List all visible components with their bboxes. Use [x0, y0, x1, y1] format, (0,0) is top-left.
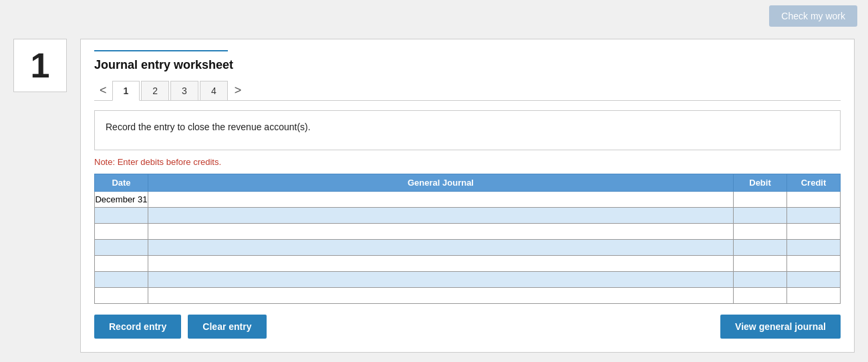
date-cell: December 31: [95, 192, 148, 208]
table-row: December 31: [95, 192, 841, 208]
general-journal-cell: [148, 208, 734, 224]
col-header-general: General Journal: [148, 174, 734, 192]
view-general-journal-button[interactable]: View general journal: [720, 315, 841, 339]
date-input[interactable]: [95, 208, 148, 223]
blue-divider: [94, 50, 228, 51]
credit-cell: [787, 272, 841, 288]
general-journal-cell: [148, 288, 734, 304]
credit-cell: [787, 208, 841, 224]
date-cell: [95, 240, 148, 256]
col-header-date: Date: [95, 174, 148, 192]
date-cell: [95, 208, 148, 224]
credit-cell: [787, 192, 841, 208]
debit-cell: [734, 224, 787, 240]
date-cell: [95, 224, 148, 240]
clear-entry-button[interactable]: Clear entry: [188, 315, 266, 339]
credit-cell: [787, 224, 841, 240]
table-row: [95, 224, 841, 240]
step-number: 1: [31, 45, 50, 85]
debit-input[interactable]: [734, 192, 786, 207]
date-input[interactable]: [95, 272, 148, 287]
debit-input[interactable]: [734, 208, 786, 223]
tab-3[interactable]: 3: [170, 81, 198, 100]
debit-input[interactable]: [734, 272, 786, 287]
col-header-credit: Credit: [787, 174, 841, 192]
date-cell: [95, 288, 148, 304]
date-input[interactable]: [95, 256, 148, 271]
debit-input[interactable]: [734, 240, 786, 255]
tab-2[interactable]: 2: [141, 81, 169, 100]
table-row: [95, 240, 841, 256]
general-journal-cell: [148, 192, 734, 208]
general-journal-cell: [148, 240, 734, 256]
date-input[interactable]: [95, 240, 148, 255]
date-input[interactable]: [95, 224, 148, 239]
date-cell: [95, 272, 148, 288]
note-text: Note: Enter debits before credits.: [94, 157, 841, 167]
debit-input[interactable]: [734, 224, 786, 239]
prev-tab-arrow[interactable]: <: [94, 81, 112, 100]
credit-input[interactable]: [787, 272, 840, 287]
record-entry-button[interactable]: Record entry: [94, 315, 181, 339]
instruction-box: Record the entry to close the revenue ac…: [94, 110, 841, 150]
general-journal-cell: [148, 272, 734, 288]
debit-cell: [734, 288, 787, 304]
debit-cell: [734, 256, 787, 272]
worksheet-title: Journal entry worksheet: [94, 58, 841, 72]
credit-input[interactable]: [787, 192, 840, 207]
credit-input[interactable]: [787, 256, 840, 271]
debit-cell: [734, 240, 787, 256]
general-journal-cell: [148, 224, 734, 240]
tab-4[interactable]: 4: [200, 81, 228, 100]
debit-cell: [734, 272, 787, 288]
date-input[interactable]: [95, 288, 148, 303]
general-journal-input[interactable]: [148, 192, 733, 207]
date-cell: [95, 256, 148, 272]
table-row: [95, 208, 841, 224]
credit-cell: [787, 288, 841, 304]
table-row: [95, 272, 841, 288]
general-journal-input[interactable]: [148, 288, 733, 303]
tab-1[interactable]: 1: [112, 81, 140, 101]
next-tab-arrow[interactable]: >: [229, 81, 247, 100]
table-row: [95, 256, 841, 272]
debit-cell: [734, 208, 787, 224]
journal-table: Date General Journal Debit Credit Decemb…: [94, 174, 841, 304]
general-journal-input[interactable]: [148, 208, 733, 223]
credit-cell: [787, 256, 841, 272]
check-my-work-button[interactable]: Check my work: [769, 5, 857, 27]
credit-input[interactable]: [787, 224, 840, 239]
general-journal-input[interactable]: [148, 240, 733, 255]
credit-input[interactable]: [787, 208, 840, 223]
buttons-row: Record entry Clear entry View general jo…: [94, 315, 841, 339]
col-header-debit: Debit: [734, 174, 787, 192]
debit-cell: [734, 192, 787, 208]
general-journal-input[interactable]: [148, 256, 733, 271]
tabs-row: < 1 2 3 4 >: [94, 80, 841, 101]
credit-input[interactable]: [787, 288, 840, 303]
debit-input[interactable]: [734, 256, 786, 271]
table-row: [95, 288, 841, 304]
general-journal-input[interactable]: [148, 272, 733, 287]
credit-cell: [787, 240, 841, 256]
general-journal-cell: [148, 256, 734, 272]
credit-input[interactable]: [787, 240, 840, 255]
debit-input[interactable]: [734, 288, 786, 303]
general-journal-input[interactable]: [148, 224, 733, 239]
